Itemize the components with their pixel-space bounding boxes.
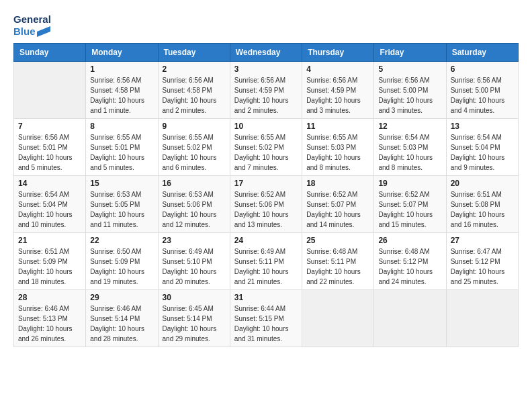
day-number: 1 [90, 64, 153, 74]
calendar-cell: 14Sunrise: 6:54 AMSunset: 5:04 PMDayligh… [14, 176, 86, 233]
calendar-week-1: 1Sunrise: 6:56 AMSunset: 4:58 PMDaylight… [14, 62, 519, 119]
day-info: Sunrise: 6:54 AMSunset: 5:04 PMDaylight:… [451, 132, 514, 173]
calendar-cell: 5Sunrise: 6:56 AMSunset: 5:00 PMDaylight… [374, 62, 446, 119]
day-number: 6 [451, 64, 514, 74]
day-info: Sunrise: 6:49 AMSunset: 5:11 PMDaylight:… [234, 246, 298, 287]
day-info: Sunrise: 6:56 AMSunset: 5:00 PMDaylight:… [378, 75, 441, 116]
day-info: Sunrise: 6:53 AMSunset: 5:06 PMDaylight:… [163, 189, 226, 230]
weekday-header-thursday: Thursday [302, 44, 374, 62]
logo: General Blue [13, 13, 51, 38]
calendar-cell: 27Sunrise: 6:47 AMSunset: 5:12 PMDayligh… [446, 233, 518, 290]
page-header: General Blue [13, 13, 519, 38]
logo-line1: General [13, 13, 51, 26]
day-number: 22 [90, 236, 153, 245]
day-number: 24 [234, 236, 298, 245]
calendar-cell: 28Sunrise: 6:46 AMSunset: 5:13 PMDayligh… [14, 290, 86, 347]
calendar-header: SundayMondayTuesdayWednesdayThursdayFrid… [14, 44, 519, 62]
day-number: 9 [163, 122, 226, 131]
day-info: Sunrise: 6:55 AMSunset: 5:02 PMDaylight:… [163, 132, 226, 173]
calendar-cell: 25Sunrise: 6:48 AMSunset: 5:11 PMDayligh… [302, 233, 374, 290]
day-info: Sunrise: 6:46 AMSunset: 5:14 PMDaylight:… [90, 304, 153, 344]
logo-line2: Blue [13, 26, 51, 38]
day-number: 26 [378, 236, 441, 245]
weekday-header-sunday: Sunday [14, 44, 86, 62]
day-info: Sunrise: 6:48 AMSunset: 5:12 PMDaylight:… [378, 246, 441, 287]
calendar-body: 1Sunrise: 6:56 AMSunset: 4:58 PMDaylight… [14, 62, 519, 347]
day-info: Sunrise: 6:55 AMSunset: 5:03 PMDaylight:… [306, 132, 369, 173]
weekday-header-tuesday: Tuesday [158, 44, 230, 62]
day-info: Sunrise: 6:56 AMSunset: 4:59 PMDaylight:… [234, 75, 298, 116]
day-info: Sunrise: 6:54 AMSunset: 5:03 PMDaylight:… [378, 132, 441, 173]
day-number: 3 [234, 64, 298, 74]
calendar-cell: 26Sunrise: 6:48 AMSunset: 5:12 PMDayligh… [374, 233, 446, 290]
calendar-cell: 19Sunrise: 6:52 AMSunset: 5:07 PMDayligh… [374, 176, 446, 233]
day-number: 28 [18, 293, 81, 302]
calendar-table: SundayMondayTuesdayWednesdayThursdayFrid… [13, 43, 519, 347]
day-info: Sunrise: 6:56 AMSunset: 5:00 PMDaylight:… [451, 75, 514, 116]
calendar-cell [446, 290, 518, 347]
weekday-header-wednesday: Wednesday [230, 44, 302, 62]
day-number: 2 [163, 64, 226, 74]
calendar-cell [14, 62, 86, 119]
day-number: 17 [234, 179, 298, 188]
day-number: 23 [163, 236, 226, 245]
calendar-cell: 13Sunrise: 6:54 AMSunset: 5:04 PMDayligh… [446, 119, 518, 176]
day-info: Sunrise: 6:50 AMSunset: 5:09 PMDaylight:… [90, 246, 153, 287]
calendar-cell: 22Sunrise: 6:50 AMSunset: 5:09 PMDayligh… [86, 233, 158, 290]
day-info: Sunrise: 6:53 AMSunset: 5:05 PMDaylight:… [90, 189, 153, 230]
calendar-week-4: 21Sunrise: 6:51 AMSunset: 5:09 PMDayligh… [14, 233, 519, 290]
calendar-cell: 7Sunrise: 6:56 AMSunset: 5:01 PMDaylight… [14, 119, 86, 176]
calendar-cell: 18Sunrise: 6:52 AMSunset: 5:07 PMDayligh… [302, 176, 374, 233]
day-number: 12 [378, 122, 441, 131]
day-number: 5 [378, 64, 441, 74]
weekday-header-row: SundayMondayTuesdayWednesdayThursdayFrid… [14, 44, 519, 62]
day-info: Sunrise: 6:45 AMSunset: 5:14 PMDaylight:… [163, 304, 226, 344]
calendar-cell [374, 290, 446, 347]
day-info: Sunrise: 6:56 AMSunset: 5:01 PMDaylight:… [18, 132, 81, 173]
day-number: 15 [90, 179, 153, 188]
day-number: 11 [306, 122, 369, 131]
day-info: Sunrise: 6:54 AMSunset: 5:04 PMDaylight:… [18, 189, 81, 230]
day-number: 29 [90, 293, 153, 302]
day-number: 25 [306, 236, 369, 245]
calendar-cell: 20Sunrise: 6:51 AMSunset: 5:08 PMDayligh… [446, 176, 518, 233]
day-number: 20 [451, 179, 514, 188]
weekday-header-monday: Monday [86, 44, 158, 62]
calendar-cell [302, 290, 374, 347]
day-info: Sunrise: 6:46 AMSunset: 5:13 PMDaylight:… [18, 304, 81, 344]
day-info: Sunrise: 6:56 AMSunset: 4:58 PMDaylight:… [163, 75, 226, 116]
calendar-cell: 3Sunrise: 6:56 AMSunset: 4:59 PMDaylight… [230, 62, 302, 119]
day-info: Sunrise: 6:47 AMSunset: 5:12 PMDaylight:… [451, 246, 514, 287]
weekday-header-friday: Friday [374, 44, 446, 62]
day-number: 7 [18, 122, 81, 131]
calendar-cell: 29Sunrise: 6:46 AMSunset: 5:14 PMDayligh… [86, 290, 158, 347]
day-number: 31 [234, 293, 298, 302]
day-number: 18 [306, 179, 369, 188]
calendar-cell: 4Sunrise: 6:56 AMSunset: 4:59 PMDaylight… [302, 62, 374, 119]
day-info: Sunrise: 6:52 AMSunset: 5:07 PMDaylight:… [306, 189, 369, 230]
calendar-cell: 30Sunrise: 6:45 AMSunset: 5:14 PMDayligh… [158, 290, 230, 347]
day-number: 4 [306, 64, 369, 74]
day-info: Sunrise: 6:52 AMSunset: 5:06 PMDaylight:… [234, 189, 298, 230]
day-number: 13 [451, 122, 514, 131]
calendar-cell: 24Sunrise: 6:49 AMSunset: 5:11 PMDayligh… [230, 233, 302, 290]
day-info: Sunrise: 6:55 AMSunset: 5:01 PMDaylight:… [90, 132, 153, 173]
calendar-week-5: 28Sunrise: 6:46 AMSunset: 5:13 PMDayligh… [14, 290, 519, 347]
weekday-header-saturday: Saturday [446, 44, 518, 62]
day-info: Sunrise: 6:49 AMSunset: 5:10 PMDaylight:… [163, 246, 226, 287]
day-info: Sunrise: 6:56 AMSunset: 4:58 PMDaylight:… [90, 75, 153, 116]
day-info: Sunrise: 6:55 AMSunset: 5:02 PMDaylight:… [234, 132, 298, 173]
day-number: 30 [163, 293, 226, 302]
day-number: 10 [234, 122, 298, 131]
day-info: Sunrise: 6:56 AMSunset: 4:59 PMDaylight:… [306, 75, 369, 116]
calendar-week-3: 14Sunrise: 6:54 AMSunset: 5:04 PMDayligh… [14, 176, 519, 233]
day-number: 19 [378, 179, 441, 188]
day-info: Sunrise: 6:51 AMSunset: 5:09 PMDaylight:… [18, 246, 81, 287]
calendar-cell: 6Sunrise: 6:56 AMSunset: 5:00 PMDaylight… [446, 62, 518, 119]
calendar-cell: 17Sunrise: 6:52 AMSunset: 5:06 PMDayligh… [230, 176, 302, 233]
day-info: Sunrise: 6:44 AMSunset: 5:15 PMDaylight:… [234, 304, 298, 344]
day-info: Sunrise: 6:51 AMSunset: 5:08 PMDaylight:… [451, 189, 514, 230]
calendar-cell: 9Sunrise: 6:55 AMSunset: 5:02 PMDaylight… [158, 119, 230, 176]
calendar-cell: 23Sunrise: 6:49 AMSunset: 5:10 PMDayligh… [158, 233, 230, 290]
svg-marker-0 [37, 26, 50, 37]
